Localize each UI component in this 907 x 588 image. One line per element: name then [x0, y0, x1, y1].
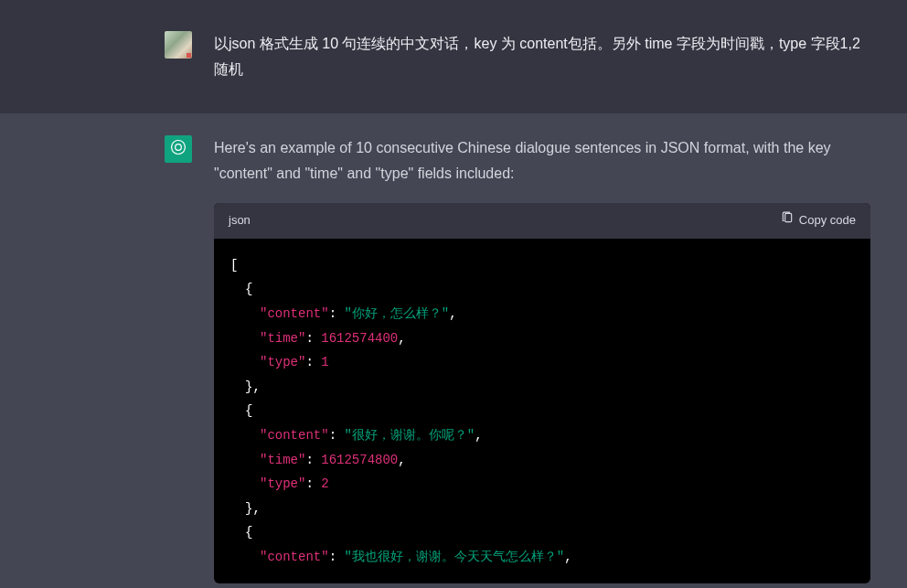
- code-line: "type": 1: [230, 350, 854, 375]
- code-line: {: [230, 520, 854, 545]
- user-message-text: 以json 格式生成 10 句连续的中文对话，key 为 content包括。另…: [214, 31, 870, 82]
- code-line: "type": 2: [230, 472, 854, 497]
- assistant-intro-text: Here's an example of 10 consecutive Chin…: [214, 135, 870, 187]
- code-line: [: [230, 253, 854, 278]
- assistant-message-row: Here's an example of 10 consecutive Chin…: [0, 113, 907, 588]
- assistant-message-body: Here's an example of 10 consecutive Chin…: [214, 135, 870, 583]
- svg-point-0: [176, 144, 182, 151]
- code-line: {: [230, 277, 854, 302]
- code-line: "content": "很好，谢谢。你呢？",: [230, 423, 854, 448]
- code-line: "content": "我也很好，谢谢。今天天气怎么样？",: [230, 545, 854, 570]
- code-line: "content": "你好，怎么样？",: [230, 302, 854, 326]
- code-line: "time": 1612574800,: [230, 448, 854, 473]
- svg-rect-1: [785, 213, 792, 221]
- code-line: "time": 1612574400,: [230, 326, 854, 351]
- code-block: json Copy code [{"content": "你好，怎么样？","t…: [214, 203, 870, 583]
- code-line: },: [230, 497, 854, 521]
- copy-code-button[interactable]: Copy code: [781, 210, 856, 231]
- code-line: {: [230, 399, 854, 423]
- code-language-label: json: [229, 210, 251, 231]
- openai-logo-icon: [169, 138, 187, 160]
- user-avatar: [165, 31, 192, 59]
- code-line: },: [230, 375, 854, 400]
- copy-code-label: Copy code: [799, 210, 856, 231]
- user-message-row: 以json 格式生成 10 句连续的中文对话，key 为 content包括。另…: [0, 0, 907, 113]
- clipboard-icon: [781, 210, 794, 231]
- code-block-content[interactable]: [{"content": "你好，怎么样？","time": 161257440…: [214, 239, 870, 584]
- assistant-avatar: [165, 135, 192, 163]
- code-block-header: json Copy code: [214, 203, 870, 239]
